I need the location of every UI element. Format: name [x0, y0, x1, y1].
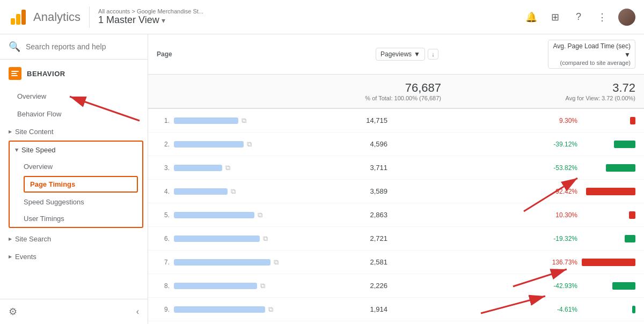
sort-button[interactable]: ↓ [428, 49, 438, 60]
view-name[interactable]: 1 Master View ▾ [98, 14, 203, 26]
search-placeholder: Search reports and help [26, 42, 106, 51]
table-row: 9. ⧉ 1,914 -4.61% [148, 298, 644, 321]
external-link-icon[interactable]: ⧉ [263, 234, 268, 243]
total-avg-sub: Avg for View: 3.72 (0.00%) [441, 95, 635, 101]
bar-container [582, 140, 635, 149]
page-link-blurred [174, 141, 244, 148]
external-link-icon[interactable]: ⧉ [274, 258, 279, 267]
row-page: ⧉ [170, 116, 318, 125]
row-number: 8. [157, 282, 170, 290]
sidebar-item-page-timings[interactable]: Page Timings [24, 176, 138, 193]
svg-rect-3 [11, 71, 19, 72]
row-bar-col: 92.42% [387, 187, 635, 196]
row-number: 4. [157, 188, 170, 195]
header-divider [89, 6, 90, 28]
row-bar-col: -39.12% [387, 140, 635, 149]
svg-rect-0 [11, 18, 15, 25]
row-bar-col: -42.93% [387, 282, 635, 290]
row-pct: -39.12% [540, 141, 577, 148]
external-link-icon[interactable]: ⧉ [268, 305, 273, 314]
bar-fill [606, 164, 635, 172]
notifications-icon[interactable]: 🔔 [524, 10, 539, 25]
row-page: ⧉ [170, 234, 318, 243]
table-row: 10. ⧉ 1,619 68.07% [148, 321, 644, 324]
external-link-icon[interactable]: ⧉ [247, 140, 252, 149]
search-bar[interactable]: 🔍 Search reports and help [0, 34, 148, 60]
totals-avg-col: 3.72 Avg for View: 3.72 (0.00%) [441, 81, 635, 101]
bar-container [582, 211, 635, 219]
row-number: 9. [157, 306, 170, 313]
bar-fill [612, 282, 635, 290]
external-link-icon[interactable]: ⧉ [260, 282, 265, 290]
table-row: 3. ⧉ 3,711 -53.82% [148, 156, 644, 180]
table-row: 4. ⧉ 3,589 92.42% [148, 180, 644, 203]
totals-metric-col: 76,687 % of Total: 100.00% (76,687) [318, 81, 441, 101]
bar-container [582, 258, 635, 267]
row-page: ⧉ [170, 282, 318, 290]
avatar-image [618, 9, 635, 26]
bar-fill [629, 211, 635, 219]
sidebar-item-speed-suggestions[interactable]: Speed Suggestions [10, 194, 142, 210]
logo-area: Analytics [9, 8, 80, 27]
total-pageviews: 76,687 [318, 81, 441, 95]
row-pageviews: 3,589 [318, 187, 387, 195]
site-speed-header[interactable]: ▶ Site Speed [10, 142, 142, 158]
help-icon[interactable]: ? [571, 10, 586, 25]
bar-container [582, 164, 635, 172]
site-search-label: Site Search [15, 235, 51, 243]
bar-fill [630, 117, 635, 124]
row-pageviews: 2,863 [318, 211, 387, 219]
top-header: Analytics All accounts > Google Merchand… [0, 0, 644, 34]
table-row: 6. ⧉ 2,721 -19.32% [148, 227, 644, 251]
avg-dropdown[interactable]: Avg. Page Load Time (sec) ▼ (compared to… [548, 40, 635, 69]
sidebar: 🔍 Search reports and help BEHAVIOR Overv… [0, 34, 148, 324]
sidebar-nav: BEHAVIOR Overview Behavior Flow ▶ Site C… [0, 60, 148, 299]
sidebar-item-site-content[interactable]: ▶ Site Content [0, 123, 148, 141]
metric-dropdown[interactable]: Pageviews ▼ [376, 48, 425, 61]
sidebar-item-behavior-flow[interactable]: Behavior Flow [0, 105, 148, 123]
bar-container [582, 187, 635, 196]
account-path: All accounts > Google Merchandise St... [98, 8, 203, 14]
table-row: 1. ⧉ 14,715 9.30% [148, 109, 644, 132]
bar-fill [625, 235, 635, 242]
search-icon: 🔍 [9, 41, 20, 53]
table-header: Page Pageviews ▼ ↓ Avg. Page Load Time (… [148, 34, 644, 75]
page-link-blurred [174, 306, 265, 313]
row-page: ⧉ [170, 140, 318, 149]
analytics-logo [9, 8, 28, 27]
behavior-section[interactable]: BEHAVIOR [0, 60, 148, 87]
view-dropdown-icon[interactable]: ▾ [162, 16, 165, 25]
external-link-icon[interactable]: ⧉ [231, 187, 236, 196]
sidebar-item-user-timings[interactable]: User Timings [10, 210, 142, 227]
svg-rect-2 [21, 10, 26, 25]
user-avatar[interactable] [618, 9, 635, 26]
row-page: ⧉ [170, 164, 318, 172]
account-info: All accounts > Google Merchandise St... … [98, 8, 203, 26]
row-pageviews: 3,711 [318, 164, 387, 172]
sidebar-item-site-speed-overview[interactable]: Overview [10, 158, 142, 175]
total-avg: 3.72 [441, 81, 635, 95]
row-number: 7. [157, 259, 170, 266]
bar-fill [582, 259, 635, 266]
table-row: 7. ⧉ 2,581 136.73% [148, 251, 644, 274]
row-pct: 10.30% [540, 211, 577, 219]
row-bar-col: -53.82% [387, 164, 635, 172]
bar-container [582, 305, 635, 314]
row-pct: -4.61% [540, 306, 577, 313]
svg-rect-4 [11, 73, 17, 74]
sidebar-item-site-search[interactable]: ▶ Site Search [0, 230, 148, 248]
sidebar-item-events[interactable]: ▶ Events [0, 248, 148, 266]
external-link-icon[interactable]: ⧉ [241, 116, 246, 125]
row-pct: -19.32% [540, 235, 577, 242]
table-row: 8. ⧉ 2,226 -42.93% [148, 274, 644, 298]
more-options-icon[interactable]: ⋮ [595, 10, 610, 25]
settings-icon[interactable]: ⚙ [9, 306, 17, 318]
external-link-icon[interactable]: ⧉ [258, 211, 262, 219]
apps-grid-icon[interactable]: ⊞ [547, 10, 562, 25]
collapse-sidebar-button[interactable]: ‹ [136, 307, 139, 316]
external-link-icon[interactable]: ⧉ [225, 164, 230, 172]
row-bar-col: 9.30% [387, 116, 635, 125]
sidebar-item-overview[interactable]: Overview [0, 87, 148, 105]
events-triangle: ▶ [9, 254, 12, 259]
content-area: Page Pageviews ▼ ↓ Avg. Page Load Time (… [148, 34, 644, 324]
